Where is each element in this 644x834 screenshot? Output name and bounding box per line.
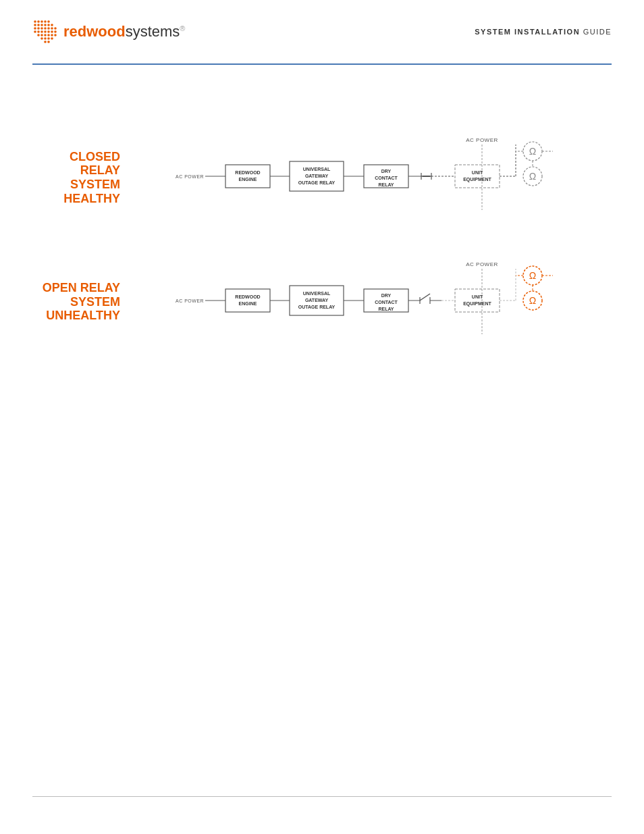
svg-point-21 [44, 30, 47, 33]
svg-text:UNIT: UNIT [472, 294, 483, 299]
open-relay-diagram: AC POWER AC POWER REDWOOD ENGINE UNIVERS… [136, 257, 612, 347]
svg-point-11 [34, 27, 36, 30]
svg-point-13 [41, 27, 43, 30]
svg-point-5 [34, 24, 36, 26]
closed-relay-svg: AC POWER AC POWER REDWOOD ENGINE UNIVERS… [136, 132, 612, 220]
svg-text:AC POWER: AC POWER [466, 137, 498, 143]
svg-point-33 [47, 37, 50, 40]
svg-text:DRY: DRY [381, 169, 392, 174]
svg-text:GATEWAY: GATEWAY [305, 174, 329, 178]
company-logo: redwoodsystems® [32, 19, 185, 45]
diagram-closed-relay: CLOSED RELAY SYSTEM HEALTHY AC POWER AC … [32, 132, 612, 223]
svg-text:CONTACT: CONTACT [375, 176, 398, 180]
svg-text:REDWOOD: REDWOOD [235, 170, 260, 175]
svg-point-10 [51, 24, 53, 26]
svg-point-35 [44, 41, 47, 43]
open-relay-label: OPEN RELAY SYSTEM UNHEALTHY [32, 281, 120, 323]
svg-point-2 [41, 20, 43, 23]
page-header: redwoodsystems® SYSTEM INSTALLATION GUID… [0, 0, 644, 45]
svg-point-32 [44, 37, 47, 40]
svg-text:Ω: Ω [529, 295, 536, 306]
svg-text:RELAY: RELAY [378, 182, 394, 187]
svg-point-14 [44, 27, 47, 30]
svg-point-9 [47, 24, 50, 26]
svg-text:Ω: Ω [529, 146, 536, 157]
svg-text:AC POWER: AC POWER [176, 174, 204, 179]
svg-point-31 [41, 37, 43, 40]
diagram-open-relay: OPEN RELAY SYSTEM UNHEALTHY AC POWER AC … [32, 257, 612, 347]
svg-rect-76 [225, 289, 270, 312]
svg-text:GATEWAY: GATEWAY [305, 298, 329, 303]
svg-point-19 [37, 30, 40, 33]
svg-rect-41 [225, 165, 270, 188]
open-relay-svg: AC POWER AC POWER REDWOOD ENGINE UNIVERS… [136, 257, 612, 344]
svg-point-36 [47, 41, 50, 43]
svg-text:REDWOOD: REDWOOD [235, 294, 260, 299]
svg-point-27 [44, 34, 47, 36]
svg-line-91 [420, 294, 430, 301]
main-content: CLOSED RELAY SYSTEM HEALTHY AC POWER AC … [0, 65, 644, 347]
logo-icon [32, 19, 58, 45]
svg-text:AC POWER: AC POWER [176, 298, 204, 303]
bottom-divider [32, 796, 612, 797]
svg-point-20 [41, 30, 43, 33]
svg-text:CONTACT: CONTACT [375, 300, 398, 305]
svg-point-26 [41, 34, 43, 36]
svg-text:Ω: Ω [529, 171, 536, 182]
closed-relay-label: CLOSED RELAY SYSTEM HEALTHY [32, 150, 120, 206]
closed-relay-diagram: AC POWER AC POWER REDWOOD ENGINE UNIVERS… [136, 132, 612, 223]
svg-point-24 [54, 30, 57, 33]
svg-text:ENGINE: ENGINE [239, 301, 257, 306]
svg-rect-95 [455, 289, 500, 312]
svg-rect-60 [455, 165, 500, 188]
svg-point-25 [37, 34, 40, 36]
svg-point-34 [51, 37, 53, 40]
svg-point-29 [51, 34, 53, 36]
svg-text:ENGINE: ENGINE [239, 177, 257, 182]
svg-point-16 [51, 27, 53, 30]
svg-point-1 [37, 20, 40, 23]
svg-text:Ω: Ω [529, 270, 536, 281]
svg-point-6 [37, 24, 40, 26]
svg-text:EQUIPMENT: EQUIPMENT [463, 301, 491, 307]
svg-point-0 [34, 20, 36, 23]
svg-text:EQUIPMENT: EQUIPMENT [463, 177, 491, 182]
svg-point-23 [51, 30, 53, 33]
svg-point-3 [44, 20, 47, 23]
logo-text: redwoodsystems® [63, 23, 185, 41]
svg-point-8 [44, 24, 47, 26]
svg-point-12 [37, 27, 40, 30]
svg-text:UNIT: UNIT [472, 170, 483, 175]
svg-text:OUTAGE RELAY: OUTAGE RELAY [298, 305, 336, 309]
svg-point-22 [47, 30, 50, 33]
svg-text:DRY: DRY [381, 293, 392, 298]
svg-text:UNIVERSAL: UNIVERSAL [303, 167, 331, 172]
svg-point-28 [47, 34, 50, 36]
svg-text:RELAY: RELAY [378, 307, 394, 311]
svg-text:OUTAGE RELAY: OUTAGE RELAY [298, 180, 336, 185]
svg-point-18 [34, 30, 36, 33]
svg-point-15 [47, 27, 50, 30]
svg-point-17 [54, 27, 57, 30]
svg-text:AC POWER: AC POWER [466, 261, 498, 267]
svg-point-4 [47, 20, 50, 23]
svg-point-7 [41, 24, 43, 26]
page-title: SYSTEM INSTALLATION GUIDE [475, 28, 612, 36]
svg-text:UNIVERSAL: UNIVERSAL [303, 291, 331, 296]
svg-point-30 [54, 34, 57, 36]
